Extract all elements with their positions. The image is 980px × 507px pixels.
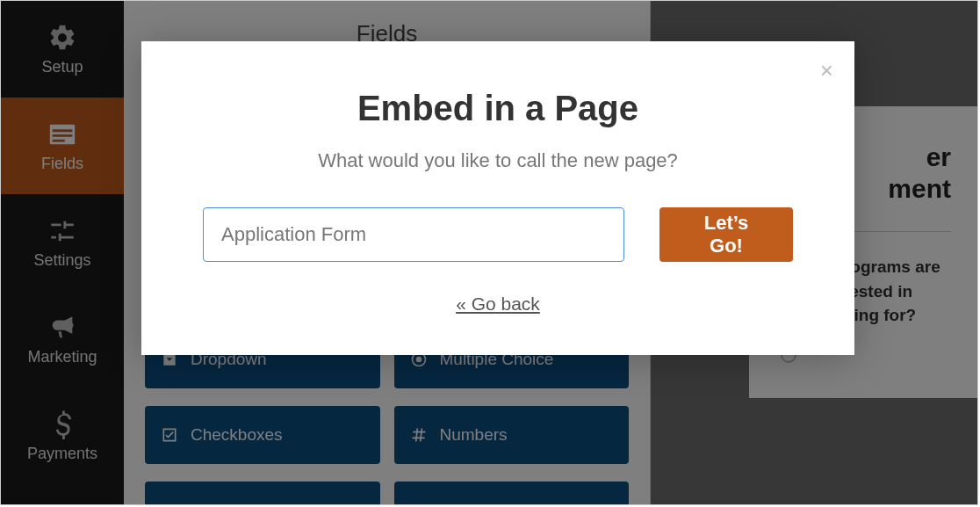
lets-go-button[interactable]: Let’s Go! [659, 207, 793, 262]
page-name-input[interactable] [203, 207, 624, 262]
modal-form-row: Let’s Go! [203, 207, 793, 262]
modal-title: Embed in a Page [203, 89, 793, 128]
embed-modal: × Embed in a Page What would you like to… [141, 41, 854, 355]
modal-subtitle: What would you like to call the new page… [203, 149, 793, 172]
go-back-link[interactable]: « Go back [203, 293, 793, 315]
close-icon[interactable]: × [820, 57, 833, 84]
app-root: Setup Fields Settings Marketing Payments [0, 0, 978, 505]
